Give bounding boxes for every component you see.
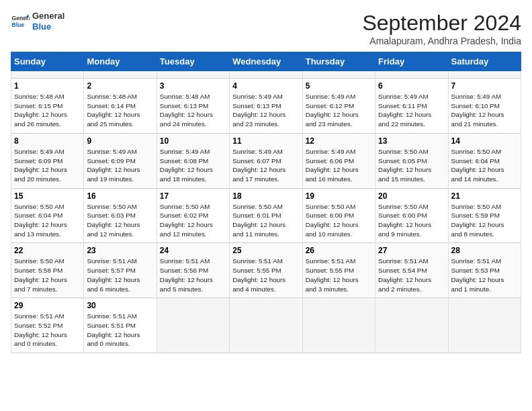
day-detail: Sunrise: 5:49 AM Sunset: 6:12 PM Dayligh…: [306, 92, 372, 129]
day-number: 20: [378, 191, 445, 201]
day-number: 22: [14, 246, 81, 255]
calendar-cell: 17Sunrise: 5:50 AM Sunset: 6:02 PM Dayli…: [157, 188, 229, 243]
calendar-cell: [375, 71, 448, 79]
day-detail: Sunrise: 5:48 AM Sunset: 6:13 PM Dayligh…: [160, 92, 226, 129]
day-number: 5: [306, 81, 372, 91]
day-detail: Sunrise: 5:50 AM Sunset: 6:01 PM Dayligh…: [232, 202, 299, 239]
calendar-cell: 13Sunrise: 5:50 AM Sunset: 6:05 PM Dayli…: [375, 133, 448, 188]
calendar-cell: 12Sunrise: 5:49 AM Sunset: 6:06 PM Dayli…: [302, 133, 375, 188]
calendar-cell: 1Sunrise: 5:48 AM Sunset: 6:15 PM Daylig…: [11, 79, 84, 134]
day-detail: Sunrise: 5:50 AM Sunset: 6:03 PM Dayligh…: [87, 202, 153, 239]
calendar-cell: 26Sunrise: 5:51 AM Sunset: 5:55 PM Dayli…: [302, 243, 375, 298]
day-detail: Sunrise: 5:49 AM Sunset: 6:09 PM Dayligh…: [14, 147, 81, 184]
day-detail: Sunrise: 5:49 AM Sunset: 6:09 PM Dayligh…: [87, 147, 153, 184]
calendar-week-0: [11, 71, 521, 79]
calendar-subtitle: Amalapuram, Andhra Pradesh, India: [362, 36, 521, 46]
day-detail: Sunrise: 5:49 AM Sunset: 6:06 PM Dayligh…: [306, 147, 372, 184]
calendar-cell: 9Sunrise: 5:49 AM Sunset: 6:09 PM Daylig…: [84, 133, 157, 188]
day-number: 19: [306, 191, 372, 201]
calendar-cell: 21Sunrise: 5:50 AM Sunset: 5:59 PM Dayli…: [448, 188, 521, 243]
calendar-cell: 6Sunrise: 5:49 AM Sunset: 6:11 PM Daylig…: [375, 79, 448, 134]
day-number: 6: [378, 81, 445, 91]
calendar-cell: 20Sunrise: 5:50 AM Sunset: 6:00 PM Dayli…: [375, 188, 448, 243]
logo-text: General Blue: [32, 11, 64, 32]
calendar-title: September 2024: [362, 11, 521, 36]
title-block: September 2024 Amalapuram, Andhra Prades…: [362, 11, 521, 46]
day-number: 12: [306, 136, 372, 146]
col-header-monday: Monday: [84, 52, 157, 71]
calendar-cell: 14Sunrise: 5:50 AM Sunset: 6:04 PM Dayli…: [448, 133, 521, 188]
day-detail: Sunrise: 5:50 AM Sunset: 5:58 PM Dayligh…: [14, 257, 81, 293]
day-detail: Sunrise: 5:49 AM Sunset: 6:08 PM Dayligh…: [160, 147, 226, 184]
calendar-cell: 4Sunrise: 5:49 AM Sunset: 6:13 PM Daylig…: [230, 79, 302, 134]
day-number: 11: [232, 136, 299, 146]
day-detail: Sunrise: 5:51 AM Sunset: 5:54 PM Dayligh…: [378, 257, 445, 293]
day-detail: Sunrise: 5:51 AM Sunset: 5:55 PM Dayligh…: [306, 257, 372, 293]
calendar-cell: [448, 298, 521, 353]
day-number: 16: [87, 191, 153, 201]
calendar-cell: [84, 71, 157, 79]
calendar-cell: 18Sunrise: 5:50 AM Sunset: 6:01 PM Dayli…: [230, 188, 302, 243]
calendar-cell: [302, 71, 375, 79]
day-detail: Sunrise: 5:50 AM Sunset: 5:59 PM Dayligh…: [451, 202, 518, 239]
calendar-week-3: 15Sunrise: 5:50 AM Sunset: 6:04 PM Dayli…: [11, 188, 521, 243]
logo-line1: General: [32, 11, 64, 21]
calendar-week-5: 29Sunrise: 5:51 AM Sunset: 5:52 PM Dayli…: [11, 298, 521, 353]
logo-line2: Blue: [32, 21, 64, 32]
day-number: 25: [232, 246, 299, 255]
day-detail: Sunrise: 5:49 AM Sunset: 6:13 PM Dayligh…: [232, 92, 299, 129]
calendar-cell: 10Sunrise: 5:49 AM Sunset: 6:08 PM Dayli…: [157, 133, 229, 188]
svg-text:Blue: Blue: [12, 21, 25, 28]
calendar-cell: 28Sunrise: 5:51 AM Sunset: 5:53 PM Dayli…: [448, 243, 521, 298]
calendar-week-2: 8Sunrise: 5:49 AM Sunset: 6:09 PM Daylig…: [11, 133, 521, 188]
day-number: 14: [451, 136, 518, 146]
day-detail: Sunrise: 5:50 AM Sunset: 6:04 PM Dayligh…: [14, 202, 81, 239]
calendar-cell: [157, 71, 229, 79]
calendar-cell: [157, 298, 229, 353]
day-number: 18: [232, 191, 299, 201]
day-number: 10: [160, 136, 226, 146]
logo-icon: General Blue: [11, 12, 30, 31]
col-header-friday: Friday: [375, 52, 448, 71]
calendar-cell: [230, 71, 302, 79]
day-number: 23: [87, 246, 153, 255]
day-detail: Sunrise: 5:50 AM Sunset: 6:00 PM Dayligh…: [378, 202, 445, 239]
day-detail: Sunrise: 5:51 AM Sunset: 5:53 PM Dayligh…: [451, 257, 518, 293]
calendar-cell: [375, 298, 448, 353]
day-number: 21: [451, 191, 518, 201]
calendar-cell: 23Sunrise: 5:51 AM Sunset: 5:57 PM Dayli…: [84, 243, 157, 298]
day-detail: Sunrise: 5:50 AM Sunset: 6:02 PM Dayligh…: [160, 202, 226, 239]
calendar-cell: 11Sunrise: 5:49 AM Sunset: 6:07 PM Dayli…: [230, 133, 302, 188]
day-number: 9: [87, 136, 153, 146]
logo: General Blue General Blue: [11, 11, 64, 32]
day-number: 4: [232, 81, 299, 91]
col-header-thursday: Thursday: [302, 52, 375, 71]
day-detail: Sunrise: 5:51 AM Sunset: 5:52 PM Dayligh…: [14, 312, 81, 349]
day-detail: Sunrise: 5:49 AM Sunset: 6:10 PM Dayligh…: [451, 92, 518, 129]
day-detail: Sunrise: 5:51 AM Sunset: 5:51 PM Dayligh…: [87, 312, 153, 349]
calendar-cell: 25Sunrise: 5:51 AM Sunset: 5:55 PM Dayli…: [230, 243, 302, 298]
day-number: 7: [451, 81, 518, 91]
calendar-cell: [230, 298, 302, 353]
calendar-cell: 24Sunrise: 5:51 AM Sunset: 5:56 PM Dayli…: [157, 243, 229, 298]
day-number: 2: [87, 81, 153, 91]
day-detail: Sunrise: 5:51 AM Sunset: 5:57 PM Dayligh…: [87, 257, 153, 293]
day-detail: Sunrise: 5:48 AM Sunset: 6:15 PM Dayligh…: [14, 92, 81, 129]
calendar-cell: 5Sunrise: 5:49 AM Sunset: 6:12 PM Daylig…: [302, 79, 375, 134]
calendar-cell: 7Sunrise: 5:49 AM Sunset: 6:10 PM Daylig…: [448, 79, 521, 134]
day-detail: Sunrise: 5:50 AM Sunset: 6:04 PM Dayligh…: [451, 147, 518, 184]
calendar-table: SundayMondayTuesdayWednesdayThursdayFrid…: [11, 52, 521, 353]
col-header-tuesday: Tuesday: [157, 52, 229, 71]
calendar-cell: 2Sunrise: 5:48 AM Sunset: 6:14 PM Daylig…: [84, 79, 157, 134]
calendar-week-4: 22Sunrise: 5:50 AM Sunset: 5:58 PM Dayli…: [11, 243, 521, 298]
col-header-wednesday: Wednesday: [230, 52, 302, 71]
calendar-cell: 22Sunrise: 5:50 AM Sunset: 5:58 PM Dayli…: [11, 243, 84, 298]
day-detail: Sunrise: 5:48 AM Sunset: 6:14 PM Dayligh…: [87, 92, 153, 129]
day-detail: Sunrise: 5:50 AM Sunset: 6:05 PM Dayligh…: [378, 147, 445, 184]
day-number: 13: [378, 136, 445, 146]
calendar-cell: [11, 71, 84, 79]
calendar-cell: [302, 298, 375, 353]
day-number: 3: [160, 81, 226, 91]
col-header-saturday: Saturday: [448, 52, 521, 71]
day-detail: Sunrise: 5:50 AM Sunset: 6:00 PM Dayligh…: [306, 202, 372, 239]
